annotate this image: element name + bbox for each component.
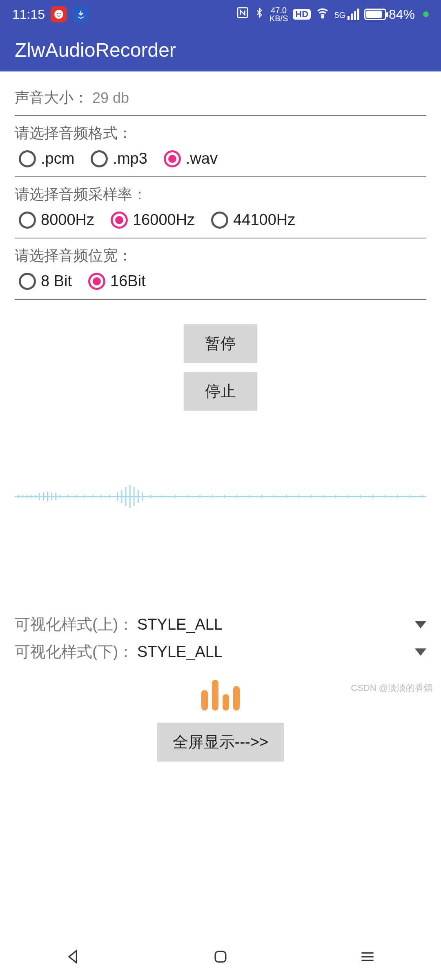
bit-width-label: 请选择音频位宽：: [15, 238, 426, 269]
format-options: .pcm .mp3 .wav: [15, 147, 426, 176]
bluetooth-icon: [254, 6, 265, 22]
svg-point-1: [57, 13, 58, 14]
chevron-down-icon: [415, 648, 426, 656]
radio-16000hz[interactable]: 16000Hz: [111, 211, 195, 229]
fullscreen-button[interactable]: 全屏显示--->>: [157, 723, 284, 762]
radio-icon: [88, 273, 105, 290]
status-time: 11:15: [12, 7, 45, 22]
net-speed: 47.0 KB/S: [270, 6, 288, 22]
format-label: 请选择音频格式：: [15, 116, 426, 147]
hd-badge: HD: [293, 9, 311, 20]
app-badge-icon: [51, 6, 67, 22]
radio-8bit[interactable]: 8 Bit: [19, 272, 72, 290]
svg-point-2: [60, 13, 61, 14]
radio-icon: [211, 212, 228, 229]
style-bottom-label: 可视化样式(下)：: [15, 641, 137, 662]
volume-row: 声音大小： 29 db: [15, 84, 426, 115]
style-top-label: 可视化样式(上)：: [15, 614, 137, 635]
signal-icon: 5G: [334, 9, 359, 20]
content: 声音大小： 29 db 请选择音频格式： .pcm .mp3 .wav 请选择音…: [0, 71, 441, 762]
watermark: CSDN @淡淡的香烟: [351, 682, 433, 694]
style-section: 可视化样式(上)： STYLE_ALL 可视化样式(下)： STYLE_ALL: [15, 611, 426, 666]
wifi-icon: [316, 6, 330, 22]
control-buttons: 暂停 停止: [15, 324, 426, 411]
nav-recents-icon[interactable]: [359, 948, 376, 967]
radio-8000hz[interactable]: 8000Hz: [19, 211, 94, 229]
svg-point-0: [54, 10, 63, 19]
nfc-icon: [236, 6, 249, 22]
download-badge-icon: [73, 6, 89, 22]
sample-rate-options: 8000Hz 16000Hz 44100Hz: [15, 208, 426, 238]
stop-button[interactable]: 停止: [184, 372, 257, 411]
radio-44100hz[interactable]: 44100Hz: [211, 211, 295, 229]
radio-icon: [19, 212, 36, 229]
style-top-row[interactable]: 可视化样式(上)： STYLE_ALL: [15, 611, 426, 638]
bit-width-options: 8 Bit 16Bit: [15, 269, 426, 299]
radio-icon: [19, 150, 36, 167]
radio-16bit[interactable]: 16Bit: [88, 272, 146, 290]
svg-rect-53: [215, 951, 226, 962]
sample-rate-label: 请选择音频采样率：: [15, 177, 426, 208]
volume-label: 声音大小：: [15, 88, 88, 108]
pause-button[interactable]: 暂停: [184, 324, 257, 363]
nav-home-icon[interactable]: [212, 948, 229, 967]
volume-value: 29 db: [92, 89, 129, 107]
radio-mp3[interactable]: .mp3: [91, 150, 147, 167]
chevron-down-icon: [415, 621, 426, 628]
nav-bar: [0, 935, 441, 980]
radio-wav[interactable]: .wav: [164, 150, 218, 167]
radio-icon: [19, 273, 36, 290]
waveform-icon: [15, 484, 426, 509]
battery-icon: 84%: [364, 7, 415, 22]
svg-point-4: [322, 16, 323, 18]
style-top-value: STYLE_ALL: [137, 616, 415, 633]
waveform-top: [15, 439, 426, 554]
radio-icon: [164, 150, 181, 167]
radio-icon: [91, 150, 108, 167]
radio-pcm[interactable]: .pcm: [19, 150, 74, 167]
style-bottom-value: STYLE_ALL: [137, 643, 415, 661]
app-title: ZlwAudioRecorder: [15, 39, 176, 61]
style-bottom-row[interactable]: 可视化样式(下)： STYLE_ALL: [15, 638, 426, 666]
status-bar: 11:15 47.0 KB/S HD 5G 84%: [0, 0, 441, 29]
status-left: 11:15: [12, 6, 89, 22]
nav-back-icon[interactable]: [65, 948, 82, 967]
status-right: 47.0 KB/S HD 5G 84%: [236, 6, 429, 22]
recording-indicator-icon: [423, 11, 429, 17]
app-bar: ZlwAudioRecorder: [0, 29, 441, 71]
radio-icon: [111, 212, 128, 229]
divider: [15, 299, 426, 300]
